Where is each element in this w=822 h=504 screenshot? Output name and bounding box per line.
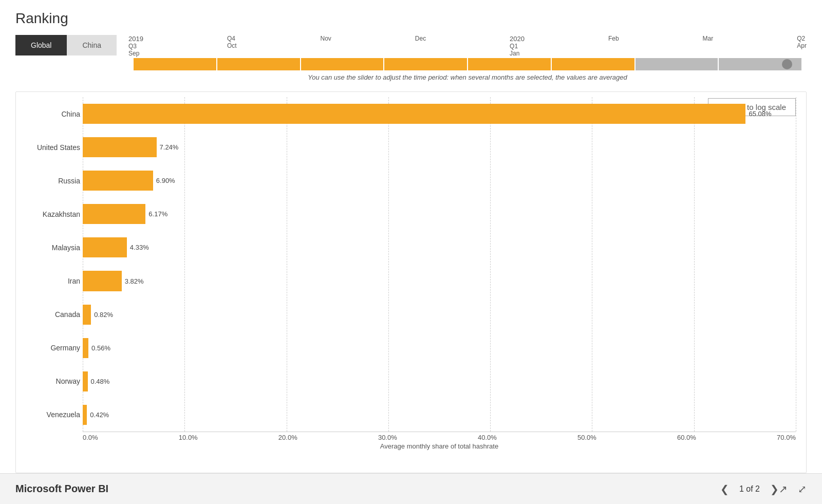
slider-handle[interactable] xyxy=(782,59,792,69)
footer-nav: ❮ 1 of 2 ❯ xyxy=(720,483,779,495)
x-axis-line xyxy=(83,432,796,432)
bar-wrapper: 6.90% xyxy=(83,171,796,191)
x-tick: 30.0% xyxy=(378,434,397,441)
bar-row: Canada0.82% xyxy=(83,298,796,331)
bar-wrapper: 7.24% xyxy=(83,137,796,157)
bar-value-label: 4.33% xyxy=(130,244,149,251)
fullscreen-icon[interactable]: ⤢ xyxy=(798,483,807,495)
bar-value-label: 0.56% xyxy=(91,344,110,352)
slider-seg-5 xyxy=(468,58,552,70)
bar-wrapper: 3.82% xyxy=(83,271,796,291)
bar-value-label: 3.82% xyxy=(125,277,144,285)
bar-wrapper: 6.17% xyxy=(83,204,796,224)
footer-brand: Microsoft Power BI xyxy=(15,483,720,495)
bar-row: China65.08% xyxy=(83,97,796,130)
bar-fill xyxy=(83,371,88,391)
x-tick: 60.0% xyxy=(677,434,696,441)
page-indicator: 1 of 2 xyxy=(739,484,760,494)
bar-country-label: Germany xyxy=(18,344,80,352)
bar-fill xyxy=(83,104,745,124)
bar-country-label: Venezuela xyxy=(18,410,80,419)
time-slider-track[interactable] xyxy=(134,58,801,70)
slider-seg-1 xyxy=(134,58,217,70)
x-tick: 20.0% xyxy=(278,434,297,441)
bar-fill xyxy=(83,271,122,291)
bar-row: Kazakhstan6.17% xyxy=(83,197,796,231)
grid-line-70 xyxy=(796,97,796,432)
bar-row: Norway0.48% xyxy=(83,365,796,398)
time-group-q2-apr: Q2 Apr xyxy=(797,35,807,57)
time-group-dec: Dec xyxy=(415,35,426,57)
x-tick: 40.0% xyxy=(478,434,497,441)
time-group-nov: Nov xyxy=(321,35,331,57)
bar-wrapper: 65.08% xyxy=(83,104,796,124)
bar-row: Russia6.90% xyxy=(83,164,796,197)
time-group-mar: Mar xyxy=(703,35,714,57)
time-group-feb: Feb xyxy=(608,35,619,57)
time-group-2019-q3: 2019 Q3 Sep xyxy=(128,35,143,57)
bar-wrapper: 0.42% xyxy=(83,405,796,425)
tab-china[interactable]: China xyxy=(67,35,117,55)
slider-seg-4 xyxy=(384,58,468,70)
slider-hint: You can use the slider to adjust the tim… xyxy=(128,73,807,81)
slider-seg-2 xyxy=(217,58,301,70)
bar-value-label: 65.08% xyxy=(749,110,771,118)
bar-value-label: 6.90% xyxy=(156,177,175,184)
bar-fill xyxy=(83,305,91,325)
tab-global[interactable]: Global xyxy=(15,35,67,55)
bar-country-label: Malaysia xyxy=(18,244,80,252)
bar-value-label: 6.17% xyxy=(148,210,167,218)
bar-country-label: Russia xyxy=(18,177,80,185)
bar-country-label: China xyxy=(18,110,80,118)
time-group-q4: Q4 Oct xyxy=(227,35,237,57)
bar-value-label: 0.42% xyxy=(90,411,109,419)
slider-seg-7 xyxy=(636,58,719,70)
prev-page-button[interactable]: ❮ xyxy=(720,483,729,495)
bar-value-label: 0.48% xyxy=(91,378,110,385)
bar-row: Germany0.56% xyxy=(83,331,796,365)
footer: Microsoft Power BI ❮ 1 of 2 ❯ ↗ ⤢ xyxy=(0,473,822,504)
next-page-button[interactable]: ❯ xyxy=(770,483,779,495)
bar-country-label: Kazakhstan xyxy=(18,210,80,218)
bars-container: China65.08%United States7.24%Russia6.90%… xyxy=(83,97,796,432)
footer-icons: ↗ ⤢ xyxy=(779,483,807,495)
slider-seg-6 xyxy=(552,58,636,70)
chart-inner: China65.08%United States7.24%Russia6.90%… xyxy=(83,97,796,447)
x-tick: 10.0% xyxy=(179,434,198,441)
bar-fill xyxy=(83,171,153,191)
x-tick: 70.0% xyxy=(777,434,796,441)
x-tick: 50.0% xyxy=(577,434,596,441)
bar-row: Venezuela0.42% xyxy=(83,398,796,432)
tab-group: Global China xyxy=(15,35,118,55)
x-ticks: 0.0%10.0%20.0%30.0%40.0%50.0%60.0%70.0% xyxy=(83,432,796,441)
time-slider-section: 2019 Q3 Sep Q4 Oct Nov Dec xyxy=(128,35,807,86)
bar-value-label: 0.82% xyxy=(94,311,113,319)
x-tick: 0.0% xyxy=(83,434,98,441)
bar-fill xyxy=(83,204,145,224)
time-group-2020-q1: 2020 Q1 Jan xyxy=(510,35,525,57)
bar-country-label: United States xyxy=(18,143,80,152)
bar-country-label: Canada xyxy=(18,310,80,319)
share-icon[interactable]: ↗ xyxy=(779,483,788,495)
bar-value-label: 7.24% xyxy=(160,143,179,151)
slider-seg-3 xyxy=(301,58,385,70)
bar-fill xyxy=(83,237,127,257)
bar-country-label: Norway xyxy=(18,377,80,385)
bar-row: Malaysia4.33% xyxy=(83,231,796,264)
x-axis: 0.0%10.0%20.0%30.0%40.0%50.0%60.0%70.0% … xyxy=(83,432,796,447)
bar-country-label: Iran xyxy=(18,277,80,285)
bar-fill xyxy=(83,405,87,425)
bar-fill xyxy=(83,137,157,157)
x-axis-label: Average monthly share of total hashrate xyxy=(83,442,796,450)
bar-wrapper: 0.48% xyxy=(83,371,796,391)
bar-wrapper: 0.56% xyxy=(83,338,796,358)
bar-row: Iran3.82% xyxy=(83,264,796,297)
bar-row: United States7.24% xyxy=(83,130,796,164)
bar-wrapper: 0.82% xyxy=(83,305,796,325)
bar-wrapper: 4.33% xyxy=(83,237,796,257)
page-title: Ranking xyxy=(15,10,807,27)
chart-section: Change to log scale China65.08%United St… xyxy=(15,91,807,473)
time-header-labels: 2019 Q3 Sep Q4 Oct Nov Dec xyxy=(128,35,807,57)
bar-fill xyxy=(83,338,88,358)
